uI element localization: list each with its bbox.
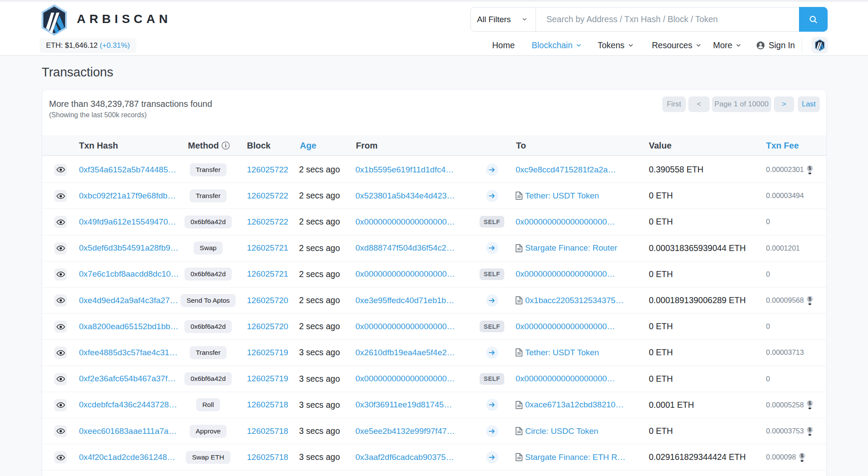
svg-text:i: i (225, 142, 227, 149)
svg-text:$: $ (801, 453, 803, 458)
svg-text:$: $ (809, 296, 811, 301)
svg-text:$: $ (809, 400, 811, 406)
svg-text:$: $ (809, 427, 811, 432)
svg-text:$: $ (809, 165, 811, 171)
